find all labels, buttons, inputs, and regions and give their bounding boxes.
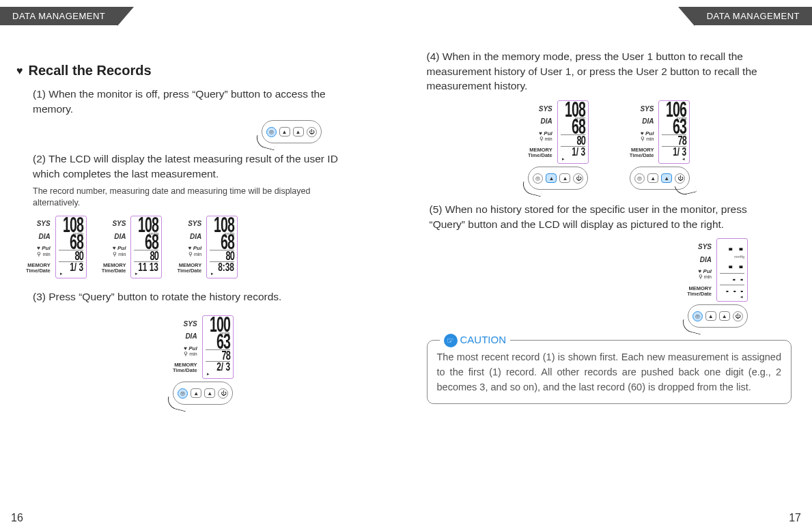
- press-swoosh-icon: [680, 319, 703, 335]
- power-button-icon: ⏻: [733, 311, 743, 321]
- header-tab-right: DATA MANAGEMENT: [695, 7, 812, 25]
- header-tab-left: DATA MANAGEMENT: [0, 7, 117, 25]
- power-button-icon: ⏻: [573, 173, 583, 184]
- query-button-icon: ◎: [634, 173, 645, 184]
- lcd-display-e: SYS DIA ♥ Pul⚲ min MEMORYTime/Date 108mm…: [528, 100, 589, 164]
- user1-button-icon: ▲: [546, 173, 557, 183]
- section-title: ♥ Recall the Records: [16, 63, 390, 78]
- user1-button-icon: ▲: [279, 127, 290, 137]
- user1-button-icon: ▲: [191, 388, 201, 398]
- remote-step5: ◎ ▲ ▲ ⏻: [688, 304, 748, 328]
- query-button-icon: ◎: [178, 388, 188, 399]
- step-1-text: (1) When the monitor is off, press “Quer…: [33, 87, 349, 116]
- step-4-text: (4) When in the memory mode, press the U…: [427, 49, 776, 94]
- remote-step1: ◎ ▲ ▲ ⏻: [262, 120, 322, 143]
- caution-label: ☞ CAUTION: [440, 332, 511, 348]
- lcd-display-c: SYS DIA ♥ Pul⚲ min MEMORYTime/Date 108mm…: [177, 216, 238, 279]
- remote-step4b: ◎ ▲ ▲ ⏻: [630, 167, 690, 190]
- lcd-display-d: SYS DIA ♥ Pul⚲ min MEMORYTime/Date 100mm…: [173, 315, 234, 379]
- query-button-icon: ◎: [692, 311, 703, 321]
- lcd-display-g: SYS DIA ♥ Pul⚲ min MEMORYTime/Date - -mm…: [687, 238, 748, 302]
- caution-text: The most recent record (1) is shown firs…: [437, 351, 782, 392]
- remote-step4a: ◎ ▲ ▲ ⏻: [528, 167, 588, 190]
- heart-icon: ♥: [16, 65, 23, 77]
- remote-step3: ◎ ▲ ▲ ⏻: [173, 382, 233, 405]
- press-swoosh-icon: [521, 182, 544, 197]
- user2-button-icon: ▲: [719, 311, 730, 321]
- section-title-text: Recall the Records: [29, 63, 152, 78]
- power-button-icon: ⏻: [675, 173, 685, 184]
- user2-button-icon: ▲: [204, 388, 215, 398]
- user1-button-icon: ▲: [647, 173, 658, 183]
- lcd-display-f: SYS DIA ♥ Pul⚲ min MEMORYTime/Date 106mm…: [630, 100, 690, 164]
- power-button-icon: ⏻: [218, 388, 228, 399]
- lcd-display-a: SYS DIA ♥ Pul⚲ min MEMORYTime/Date 108mm…: [26, 216, 87, 279]
- page-number-right: 17: [789, 512, 801, 524]
- step-5-text: (5) When no history stored for the speci…: [430, 202, 776, 231]
- page-number-left: 16: [11, 512, 23, 524]
- power-button-icon: ⏻: [307, 127, 317, 137]
- step-2-subtext: The record number, measuring date and me…: [33, 186, 349, 209]
- step-2-text: (2) The LCD will display the latest meas…: [33, 152, 349, 181]
- caution-box: ☞ CAUTION The most recent record (1) is …: [427, 340, 792, 403]
- user2-button-icon: ▲: [559, 173, 570, 183]
- user2-button-icon: ▲: [661, 173, 672, 183]
- step-3-text: (3) Press “Query” button to rotate the h…: [33, 289, 349, 304]
- query-button-icon: ◎: [533, 173, 543, 184]
- caution-icon: ☞: [444, 334, 458, 347]
- query-button-icon: ◎: [266, 127, 277, 137]
- lcd-display-b: SYS DIA ♥ Pul⚲ min MEMORYTime/Date 108mm…: [102, 216, 163, 279]
- press-swoosh-icon: [166, 397, 188, 412]
- user2-button-icon: ▲: [293, 127, 304, 137]
- press-swoosh-icon: [675, 182, 697, 197]
- press-swoosh-icon: [254, 135, 277, 151]
- user1-button-icon: ▲: [705, 311, 716, 321]
